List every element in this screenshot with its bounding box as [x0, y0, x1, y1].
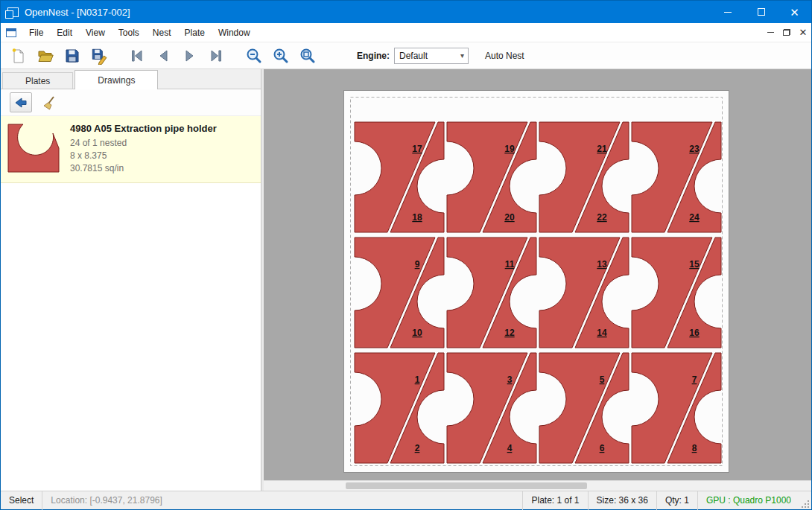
close-icon: ✕ [790, 7, 799, 18]
horizontal-scrollbar[interactable] [264, 480, 811, 491]
new-button[interactable] [5, 45, 32, 67]
go-previous-icon [154, 47, 172, 65]
app-window: OpenNest - [N0317-002] ✕ File Edit View … [0, 0, 812, 510]
tab-drawings[interactable]: Drawings [74, 70, 158, 89]
go-next-icon [181, 47, 199, 65]
go-previous-button[interactable] [150, 45, 177, 67]
part-number-label: 16 [689, 328, 700, 338]
clean-broom-icon [42, 95, 57, 110]
part-number-label: 15 [689, 259, 700, 270]
part-number-label: 19 [504, 144, 515, 154]
horizontal-scrollbar-thumb[interactable] [346, 482, 586, 489]
part-number-label: 5 [600, 374, 605, 385]
engine-combobox[interactable]: Default ▾ [394, 48, 469, 64]
status-mode: Select [1, 491, 42, 510]
plate-sheet: 17 18 19 20 21 22 [343, 90, 729, 473]
drawing-info: 4980 A05 Extraction pipe holder 24 of 1 … [70, 123, 217, 175]
drawing-list-empty-area [1, 183, 261, 491]
part-pair: 23 24 [632, 122, 721, 232]
auto-nest-button[interactable]: Auto Nest [485, 51, 524, 61]
menu-item-window[interactable]: Window [212, 23, 257, 42]
part-number-label: 8 [692, 443, 697, 453]
part-pair: 15 16 [632, 238, 721, 348]
part-pair: 13 14 [539, 238, 629, 348]
mdi-minimize-button[interactable] [762, 25, 778, 40]
status-gpu: GPU : Quadro P1000 [697, 491, 799, 510]
resize-grip-icon [801, 500, 810, 509]
part-pair: 7 8 [632, 353, 721, 463]
mdi-restore-icon [783, 29, 790, 36]
drawing-thumbnail [7, 123, 60, 173]
window-title: OpenNest - [N0317-002] [25, 7, 711, 18]
part-number-label: 3 [507, 374, 513, 385]
part-pair: 9 10 [355, 238, 444, 348]
main-toolbar: Engine: Default ▾ Auto Nest [1, 42, 811, 69]
part-pair: 5 6 [539, 353, 629, 463]
part-number-label: 23 [689, 144, 700, 154]
part-pair: 19 20 [447, 122, 536, 232]
part-pair: 3 4 [447, 353, 536, 463]
part-number-label: 7 [692, 374, 697, 385]
zoom-in-button[interactable] [267, 45, 294, 67]
send-back-button[interactable] [10, 92, 32, 112]
part-number-label: 12 [504, 328, 515, 338]
zoom-in-icon [272, 47, 290, 65]
app-icon [7, 7, 19, 17]
part-number-label: 6 [600, 443, 605, 453]
engine-label: Engine: [357, 51, 390, 61]
part-number-label: 17 [412, 144, 422, 154]
maximize-button[interactable] [744, 1, 778, 23]
part-number-label: 13 [597, 259, 607, 270]
part-number-label: 11 [505, 259, 515, 270]
part-pair: 21 22 [539, 122, 629, 232]
part-number-label: 24 [689, 212, 700, 223]
open-button[interactable] [32, 45, 59, 67]
go-last-button[interactable] [203, 45, 230, 67]
nest-layout: 17 18 19 20 21 22 [344, 91, 729, 472]
go-first-button[interactable] [123, 45, 150, 67]
status-bar: Select Location: [-0.9437, 21.8796] Plat… [1, 491, 811, 509]
close-button[interactable]: ✕ [778, 1, 811, 23]
drawing-dimensions: 8 x 8.375 [70, 150, 217, 162]
status-size: Size: 36 x 36 [588, 491, 656, 510]
side-panel: Plates Drawings [1, 69, 261, 491]
mdi-child-icon [6, 28, 16, 37]
menu-item-tools[interactable]: Tools [112, 23, 146, 42]
part-number-label: 20 [504, 212, 515, 223]
drawing-list-item[interactable]: 4980 A05 Extraction pipe holder 24 of 1 … [1, 116, 261, 183]
mdi-minimize-icon [767, 32, 774, 33]
part-pair: 1 2 [355, 353, 444, 463]
menu-item-file[interactable]: File [22, 23, 50, 42]
status-plate: Plate: 1 of 1 [522, 491, 587, 510]
save-as-icon [90, 47, 108, 65]
minimize-button[interactable] [711, 1, 744, 23]
menu-item-nest[interactable]: Nest [146, 23, 178, 42]
mdi-close-button[interactable]: ✕ [795, 25, 811, 40]
title-bar: OpenNest - [N0317-002] ✕ [1, 1, 811, 23]
save-as-button[interactable] [86, 45, 112, 67]
go-next-button[interactable] [177, 45, 203, 67]
part-number-label: 9 [415, 259, 420, 270]
menu-item-edit[interactable]: Edit [50, 23, 79, 42]
maximize-icon [758, 8, 765, 16]
go-last-icon [208, 47, 226, 65]
zoom-out-icon [245, 47, 263, 65]
save-button[interactable] [59, 45, 86, 67]
zoom-fit-button[interactable] [294, 45, 321, 67]
mdi-restore-button[interactable] [778, 25, 795, 40]
nest-canvas[interactable]: 17 18 19 20 21 22 [264, 69, 811, 491]
tab-plates[interactable]: Plates [2, 72, 73, 89]
clean-button[interactable] [38, 92, 60, 112]
resize-grip[interactable] [799, 491, 811, 510]
menu-item-view[interactable]: View [79, 23, 112, 42]
status-location: Location: [-0.9437, 21.8796] [42, 491, 170, 510]
zoom-fit-icon [299, 47, 317, 65]
menu-bar: File Edit View Tools Nest Plate Window ✕ [1, 23, 811, 42]
menu-item-plate[interactable]: Plate [178, 23, 212, 42]
panel-tabstrip: Plates Drawings [1, 69, 261, 89]
part-pair: 17 18 [355, 122, 444, 232]
part-number-label: 14 [597, 328, 607, 338]
part-number-label: 18 [412, 212, 422, 223]
send-back-arrow-icon [13, 96, 28, 109]
zoom-out-button[interactable] [241, 45, 267, 67]
